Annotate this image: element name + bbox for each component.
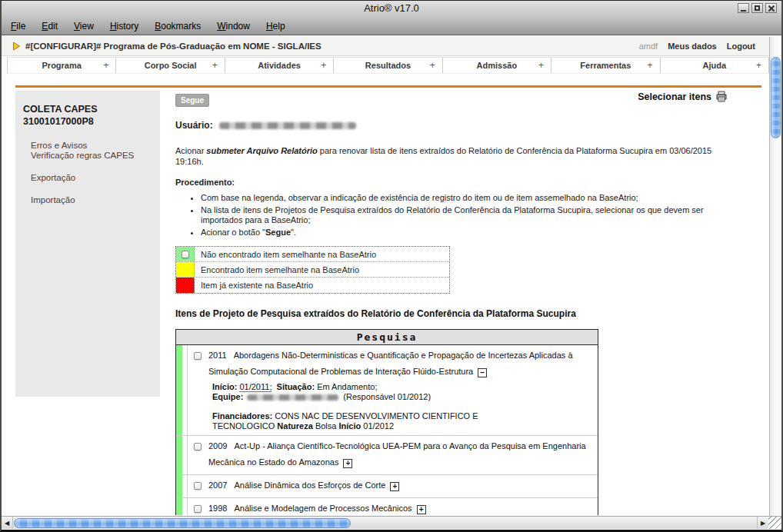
table-header: Pesquisa [175,329,598,345]
status-stripe-green [176,498,182,515]
table-row: 2009Act-Up - Aliança Científico-Tecnológ… [176,435,598,474]
horizontal-scrollbar[interactable]: ◀ ▶ [2,516,768,529]
legend-row-already-exists: Item já existente na BaseAtrio [176,278,449,293]
legend-row-similar-found: Encontrado item semelhante na BaseAtrio [176,262,449,278]
tab-ferramentas[interactable]: Ferramentas+ [551,58,660,73]
procedure-item: Com base na legenda, observar a indicaçã… [201,193,708,204]
project-title: 1998Análise e Modelagem de Processos Mec… [208,500,593,515]
menu-history[interactable]: History [110,21,138,32]
expand-icon[interactable]: + [390,482,399,491]
procedure-item: Na lista de itens de Projetos de Pesquis… [201,205,708,226]
horizontal-scrollbar-thumb[interactable] [14,518,351,528]
row-checkbox[interactable] [194,482,202,490]
status-stripe-green [176,475,182,497]
project-title: 2011Abordagens Não-Deterministicas e Qua… [208,347,593,380]
menu-view[interactable]: View [74,21,94,32]
printer-icon[interactable] [715,91,728,102]
maximize-button[interactable] [751,3,763,13]
breadcrumb: #[CONFIGURAR]# Programa de Pós-Graduação… [25,42,322,51]
menu-edit[interactable]: Edit [42,21,58,32]
scroll-right-arrow-icon[interactable]: ▶ [757,517,768,529]
status-stripe-green [176,436,182,474]
tab-admissao[interactable]: Admissão+ [443,58,551,73]
select-items-label: Selecionar itens [638,91,711,102]
expand-menu-icon[interactable]: + [648,60,653,71]
segue-button[interactable]: Segue [175,94,209,107]
expand-icon[interactable]: + [417,505,426,514]
section-title: Itens de Projeto de Pesquisa extraídos d… [175,308,728,319]
project-title: 2007Análise Dinâmica dos Esforços de Cor… [208,477,593,494]
my-data-link[interactable]: Meus dados [668,42,717,51]
accent-divider [15,85,761,88]
legend-swatch-red [176,278,195,293]
minimize-icon [741,10,746,12]
menu-window[interactable]: Window [217,21,250,32]
tab-resultados[interactable]: Resultados+ [334,58,442,73]
window-title: Atrio® v17.0 [364,2,419,14]
sidebar-item-importacao[interactable]: Importação [31,195,154,205]
sidebar-item-exportacao[interactable]: Exportação [31,173,154,183]
window-chrome: Atrio® v17.0 File Edit View History Book… [0,0,783,35]
title-bar[interactable]: Atrio® v17.0 [0,0,783,17]
close-icon [768,5,775,12]
pesquisa-table: Pesquisa 2011Abordagens Não-Deterministi… [175,329,598,515]
procedure-label: Procedimento: [175,178,728,187]
redacted-team-name [247,394,339,401]
tab-programa[interactable]: Programa+ [7,58,116,73]
expand-menu-icon[interactable]: + [212,60,218,71]
current-user-label: amdf [639,42,658,51]
status-stripe-green [176,345,182,435]
table-row: 2007Análise Dinâmica dos Esforços de Cor… [176,474,598,497]
row-checkbox[interactable] [194,352,202,360]
expand-menu-icon[interactable]: + [103,60,108,71]
main-content: Segue Selecionar itens Usuário: Acionar … [175,91,728,515]
expand-icon[interactable]: + [343,459,352,468]
tab-atividades[interactable]: Atividades+ [225,58,334,73]
expand-menu-icon[interactable]: + [538,60,544,71]
table-row: 1998Análise e Modelagem de Processos Mec… [176,497,598,515]
vertical-scrollbar[interactable] [769,37,781,516]
procedure-item: Acionar o botão "Segue". [201,228,708,238]
legend-table: Não encontrado item semelhante na BaseAt… [175,246,450,294]
menu-bookmarks[interactable]: Bookmarks [155,21,201,32]
collapse-icon[interactable]: − [478,368,487,377]
scroll-left-arrow-icon[interactable]: ◀ [2,517,13,529]
project-title: 2009Act-Up - Aliança Científico-Tecnológ… [208,438,593,470]
main-nav-tabs: Programa+ Corpo Social+ Atividades+ Resu… [7,57,769,74]
redacted-user-name [219,122,356,129]
sidebar: COLETA CAPES 31001017000P8 Erros e Aviso… [15,91,160,397]
sidebar-item-verificacao-regras-capes[interactable]: Verificação regras CAPES [31,151,154,161]
legend-swatch-green [176,247,195,261]
resize-grip[interactable] [768,516,781,529]
legend-swatch-yellow [176,262,195,277]
minimize-button[interactable] [738,3,749,13]
maximize-icon [755,5,760,11]
menu-help[interactable]: Help [266,21,285,32]
project-details: Início: 01/2011; Situação: Em Andamento;… [208,382,593,431]
breadcrumb-arrow-icon [12,42,21,51]
expand-menu-icon[interactable]: + [756,60,761,71]
sidebar-item-erros-e-avisos[interactable]: Erros e Avisos [31,141,154,151]
intro-paragraph: Acionar submeter Arquivo Relatório para … [175,145,714,167]
logout-link[interactable]: Logout [727,42,755,51]
menu-file[interactable]: File [11,21,25,32]
row-checkbox[interactable] [194,443,202,451]
close-button[interactable] [765,3,777,13]
row-checkbox[interactable] [194,505,202,513]
sidebar-title: COLETA CAPES [23,103,154,115]
expand-menu-icon[interactable]: + [430,60,435,71]
checkbox-icon [182,251,189,258]
tab-ajuda[interactable]: Ajuda+ [661,58,769,73]
select-items-print[interactable]: Selecionar itens [638,91,728,102]
menu-bar: File Edit View History Bookmarks Window … [0,17,783,35]
table-row: 2011Abordagens Não-Deterministicas e Qua… [176,345,598,435]
tab-corpo-social[interactable]: Corpo Social+ [116,58,225,73]
expand-menu-icon[interactable]: + [321,60,326,71]
legend-row-not-found: Não encontrado item semelhante na BaseAt… [176,247,449,262]
procedure-list: Com base na legenda, observar a indicaçã… [201,193,708,238]
user-label: Usuário: [175,120,213,131]
breadcrumb-bar: #[CONFIGURAR]# Programa de Pós-Graduação… [0,36,783,56]
sidebar-program-code: 31001017000P8 [23,115,154,128]
vertical-scrollbar-thumb[interactable] [771,57,781,138]
